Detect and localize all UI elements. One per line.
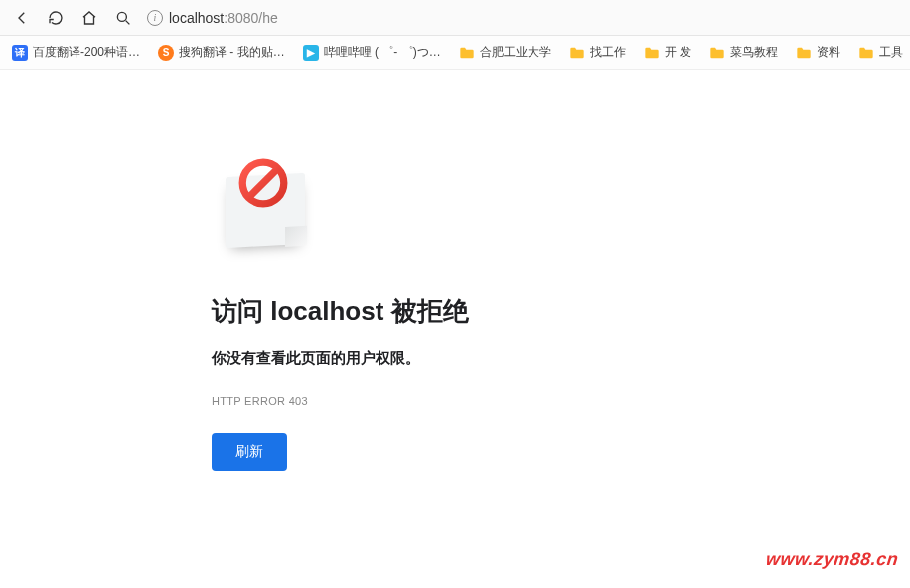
bookmark-item[interactable]: 开 发 — [640, 42, 695, 63]
bookmark-label: 合肥工业大学 — [480, 44, 551, 61]
folder-icon — [709, 45, 725, 61]
url-host: localhost — [169, 10, 224, 26]
watermark-text: www.zym88.cn — [765, 549, 900, 570]
error-page: 访问 localhost 被拒绝 你没有查看此页面的用户权限。 HTTP ERR… — [0, 70, 910, 471]
bookmark-label: 菜鸟教程 — [730, 44, 778, 61]
bookmark-label: 百度翻译-200种语… — [33, 44, 140, 61]
address-bar[interactable]: i localhost:8080/he — [147, 4, 278, 32]
bookmarks-bar: 译百度翻译-200种语…S搜狗翻译 - 我的贴…▶哔哩哔哩 ( ゜- ゜)つ…合… — [0, 36, 910, 70]
baidu-translate-icon: 译 — [12, 45, 28, 61]
folder-icon — [796, 45, 812, 61]
svg-line-2 — [249, 169, 276, 196]
search-button[interactable] — [109, 4, 137, 32]
bookmark-item[interactable]: S搜狗翻译 - 我的贴… — [154, 42, 289, 63]
bookmark-item[interactable]: 资料 — [792, 42, 844, 63]
folder-icon — [644, 45, 660, 61]
bookmark-item[interactable]: 菜鸟教程 — [705, 42, 782, 63]
reload-button[interactable] — [42, 4, 70, 32]
bookmark-label: 找工作 — [590, 44, 626, 61]
home-icon — [80, 9, 98, 27]
error-code: HTTP ERROR 403 — [212, 395, 910, 407]
svg-point-0 — [117, 12, 126, 21]
bookmark-label: 工具 — [879, 44, 903, 61]
bookmark-label: 哔哩哔哩 ( ゜- ゜)つ… — [324, 44, 441, 61]
folder-icon — [459, 45, 475, 61]
refresh-button[interactable]: 刷新 — [212, 433, 287, 471]
bookmark-item[interactable]: 工具 — [854, 42, 907, 63]
error-subtext: 你没有查看此页面的用户权限。 — [212, 349, 910, 368]
error-heading: 访问 localhost 被拒绝 — [212, 294, 910, 329]
bilibili-icon: ▶ — [303, 45, 319, 61]
forbidden-icon — [237, 157, 289, 209]
sogou-icon: S — [158, 45, 174, 61]
bookmark-label: 资料 — [817, 44, 840, 61]
back-button[interactable] — [8, 4, 36, 32]
browser-toolbar: i localhost:8080/he — [0, 0, 910, 36]
bookmark-item[interactable]: ▶哔哩哔哩 ( ゜- ゜)つ… — [299, 42, 445, 63]
home-button[interactable] — [76, 4, 103, 32]
folder-icon — [858, 45, 874, 61]
bookmark-item[interactable]: 找工作 — [565, 42, 630, 63]
bookmark-label: 搜狗翻译 - 我的贴… — [179, 44, 285, 61]
site-info-icon[interactable]: i — [147, 10, 163, 26]
bookmark-label: 开 发 — [665, 44, 691, 61]
search-icon — [114, 9, 132, 27]
back-icon — [13, 9, 31, 27]
bookmark-item[interactable]: 译百度翻译-200种语… — [8, 42, 144, 63]
reload-icon — [47, 9, 65, 27]
folder-icon — [569, 45, 585, 61]
bookmark-item[interactable]: 合肥工业大学 — [455, 42, 555, 63]
url-path: :8080/he — [224, 10, 278, 26]
error-illustration — [212, 165, 321, 254]
